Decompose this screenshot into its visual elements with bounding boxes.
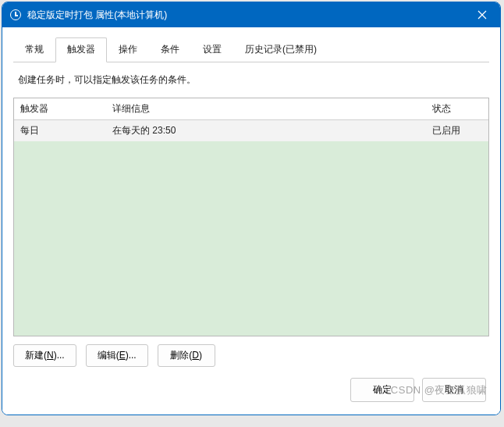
col-header-status[interactable]: 状态 <box>426 98 488 119</box>
delete-button[interactable]: 删除(D) <box>158 344 215 367</box>
new-button[interactable]: 新建(N)... <box>13 344 76 367</box>
tab-triggers[interactable]: 触发器 <box>55 37 107 62</box>
dialog-window: 稳定版定时打包 属性(本地计算机) 常规 触发器 操作 条件 设置 历史记录(已… <box>2 2 501 415</box>
tab-settings[interactable]: 设置 <box>191 37 233 62</box>
cell-status: 已启用 <box>426 120 488 141</box>
tab-actions[interactable]: 操作 <box>107 37 149 62</box>
cell-detail: 在每天的 23:50 <box>106 120 426 141</box>
new-button-label: 新建(N)... <box>25 350 65 361</box>
cell-trigger: 每日 <box>14 120 106 141</box>
close-button[interactable] <box>464 2 500 27</box>
delete-button-label: 删除(D) <box>170 350 202 361</box>
clock-icon <box>10 9 21 20</box>
edit-button[interactable]: 编辑(E)... <box>86 344 148 367</box>
col-header-trigger[interactable]: 触发器 <box>14 98 106 119</box>
close-icon <box>477 10 487 20</box>
table-body: 每日 在每天的 23:50 已启用 <box>14 120 488 336</box>
dialog-footer: 确定 取消 <box>13 373 489 404</box>
tab-description: 创建任务时，可以指定触发该任务的条件。 <box>13 62 489 96</box>
trigger-buttons: 新建(N)... 编辑(E)... 删除(D) <box>13 344 489 373</box>
col-header-detail[interactable]: 详细信息 <box>106 98 426 119</box>
tab-history[interactable]: 历史记录(已禁用) <box>233 37 328 62</box>
ok-button[interactable]: 确定 <box>350 378 414 402</box>
table-header: 触发器 详细信息 状态 <box>14 98 488 120</box>
tab-conditions[interactable]: 条件 <box>149 37 191 62</box>
cancel-button[interactable]: 取消 <box>422 378 486 402</box>
titlebar: 稳定版定时打包 属性(本地计算机) <box>2 2 500 27</box>
edit-button-label: 编辑(E)... <box>98 350 137 361</box>
triggers-table: 触发器 详细信息 状态 每日 在每天的 23:50 已启用 <box>13 98 489 336</box>
content-area: 常规 触发器 操作 条件 设置 历史记录(已禁用) 创建任务时，可以指定触发该任… <box>2 27 500 415</box>
window-title: 稳定版定时打包 属性(本地计算机) <box>27 9 464 22</box>
tab-strip: 常规 触发器 操作 条件 设置 历史记录(已禁用) <box>13 37 489 62</box>
table-row[interactable]: 每日 在每天的 23:50 已启用 <box>14 120 488 141</box>
tab-general[interactable]: 常规 <box>13 37 55 62</box>
